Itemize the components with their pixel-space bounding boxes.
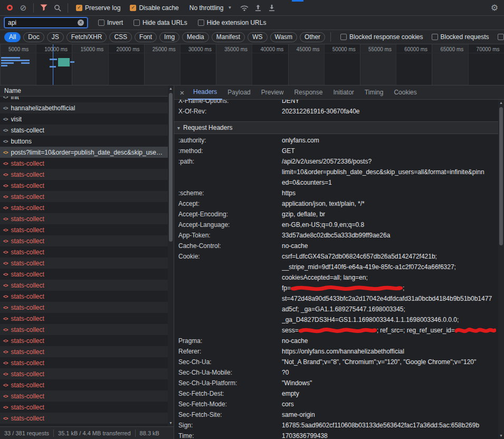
type-chip-css[interactable]: CSS — [109, 32, 132, 42]
import-har-button[interactable] — [265, 2, 278, 14]
filter-toggle-button[interactable] — [37, 2, 50, 14]
disable-cache-toggle[interactable]: ✓ Disable cache — [130, 4, 178, 12]
request-row[interactable]: <>stats-collect — [0, 313, 168, 324]
checkbox-unchecked-icon — [432, 34, 438, 40]
extra-filter-toggle[interactable]: Blocked response cookies — [340, 33, 423, 41]
request-row[interactable]: <>stats-collect — [0, 191, 168, 202]
type-chip-doc[interactable]: Doc — [23, 32, 44, 42]
invert-toggle[interactable]: Invert — [98, 19, 123, 26]
request-row[interactable]: <>stats-collect — [0, 390, 168, 402]
tab-initiator[interactable]: Initiator — [328, 85, 359, 100]
extra-filter-toggle[interactable]: 3rd-party requests — [498, 33, 504, 41]
timeline-overview[interactable]: 5000 ms10000 ms15000 ms20000 ms25000 ms3… — [0, 44, 504, 85]
network-conditions-button[interactable] — [238, 2, 251, 14]
scrollbar-thumb[interactable] — [169, 93, 173, 242]
header-value-line: empty — [282, 388, 498, 399]
record-button[interactable] — [3, 2, 16, 14]
throttling-select[interactable]: No throttling ▼ — [189, 4, 232, 12]
type-chip-all[interactable]: All — [4, 32, 21, 42]
file-type-icon: <> — [3, 394, 8, 399]
request-row[interactable]: <>stats-collect — [0, 346, 168, 357]
tab-payload[interactable]: Payload — [222, 85, 255, 100]
scroll-up-icon[interactable]: ▲ — [498, 100, 504, 106]
tab-response[interactable]: Response — [289, 85, 328, 100]
clear-button[interactable]: ⊘ — [17, 2, 30, 14]
header-name: Sec-Fetch-Dest: — [174, 388, 282, 399]
settings-button[interactable]: ⚙ — [488, 2, 501, 14]
scroll-up-icon[interactable]: ▲ — [168, 85, 174, 92]
clear-filter-icon[interactable]: × — [78, 20, 84, 26]
timeline-tick-label: 50000 ms — [332, 46, 356, 52]
type-chip-fetch-xhr[interactable]: Fetch/XHR — [66, 32, 107, 42]
type-chip-wasm[interactable]: Wasm — [270, 32, 298, 42]
overview-activity-bar — [1, 62, 14, 64]
request-row[interactable]: <>stats-collect — [0, 280, 168, 291]
request-row[interactable]: <>stats-collect — [0, 257, 168, 269]
details-scrollbar[interactable]: ▲ ▼ — [498, 100, 504, 439]
request-row[interactable]: <>stats-collect — [0, 335, 168, 346]
request-row[interactable]: <>stats-collect — [0, 413, 168, 424]
request-row[interactable]: <>stats-collect — [0, 368, 168, 379]
request-row[interactable]: <>stats-collect — [0, 125, 168, 136]
type-chip-other[interactable]: Other — [300, 32, 325, 42]
funnel-icon — [40, 4, 47, 11]
type-chip-media[interactable]: Media — [182, 32, 209, 42]
request-row[interactable]: <>buttons — [0, 136, 168, 147]
header-value-line: gzip, deflate, br — [282, 209, 498, 219]
request-row[interactable]: <>stats-collect — [0, 269, 168, 280]
type-chip-font[interactable]: Font — [135, 32, 157, 42]
request-row[interactable]: <>stats-collect — [0, 158, 168, 169]
tab-preview[interactable]: Preview — [256, 85, 289, 100]
request-row[interactable]: <>stats-collect — [0, 202, 168, 213]
request-row[interactable]: <>stats-collect — [0, 402, 168, 413]
request-row[interactable]: <>posts?limit=10&order=publish_date_desc… — [0, 147, 168, 158]
close-details-button[interactable]: × — [176, 88, 188, 97]
request-row[interactable]: <>stats-collect — [0, 224, 168, 235]
request-list-scrollbar[interactable]: ▲ ▼ — [168, 85, 174, 426]
hide-extension-urls-toggle[interactable]: Hide extension URLs — [198, 19, 267, 26]
type-chip-img[interactable]: Img — [159, 32, 179, 42]
search-button[interactable] — [51, 2, 64, 14]
request-row[interactable]: <>stats-collect — [0, 291, 168, 302]
header-value-line: 33d57ade8c02dbc5a333db99ff9ae26a — [282, 230, 498, 241]
export-har-icon — [254, 4, 262, 12]
checkbox-unchecked-icon — [98, 20, 104, 26]
header-value-line: fp=; — [282, 283, 498, 293]
request-row[interactable]: <>stats-collect — [0, 246, 168, 257]
request-row[interactable]: <>stats-collect — [0, 213, 168, 224]
tab-cookies[interactable]: Cookies — [388, 85, 422, 100]
request-row[interactable]: <>stats-collect — [0, 235, 168, 246]
header-value: gzip, deflate, br — [282, 209, 498, 219]
extra-filter-toggle[interactable]: Blocked requests — [432, 33, 489, 41]
header-name: Accept-Encoding: — [174, 209, 282, 219]
header-value-line: no-cache — [282, 241, 498, 251]
request-headers-section[interactable]: ▾ Request Headers — [174, 121, 498, 134]
export-har-button[interactable] — [252, 2, 264, 14]
request-row[interactable]: <>init — [0, 97, 168, 102]
request-row[interactable]: <>stats-collect — [0, 169, 168, 180]
hide-data-urls-toggle[interactable]: Hide data URLs — [134, 19, 187, 26]
request-row[interactable]: <>hannahelizabethofficial — [0, 102, 168, 113]
request-row[interactable]: <>stats-collect — [0, 357, 168, 368]
header-row: Pragma:no-cache — [174, 336, 498, 346]
header-value: "Windows" — [282, 378, 498, 388]
filter-input[interactable]: api × — [4, 17, 88, 28]
extra-filters: Blocked response cookiesBlocked requests… — [336, 33, 504, 41]
preserve-log-toggle[interactable]: ✓ Preserve log — [76, 4, 120, 12]
type-chip-manifest[interactable]: Manifest — [212, 32, 245, 42]
tab-headers[interactable]: Headers — [188, 85, 222, 100]
header-value-line: GET — [282, 146, 498, 156]
name-column-header[interactable]: Name — [0, 85, 168, 97]
request-row[interactable]: <>stats-collect — [0, 324, 168, 335]
overview-activity-bar — [70, 61, 74, 63]
scrollbar-thumb[interactable] — [499, 107, 503, 245]
request-row[interactable]: <>visit — [0, 113, 168, 125]
request-row[interactable]: <>stats-collect — [0, 379, 168, 390]
request-row[interactable]: <>stats-collect — [0, 180, 168, 191]
tab-timing[interactable]: Timing — [359, 85, 389, 100]
type-chip-ws[interactable]: WS — [248, 32, 267, 42]
type-chip-js[interactable]: JS — [47, 32, 64, 42]
scroll-down-icon[interactable]: ▼ — [168, 420, 174, 426]
scroll-down-icon[interactable]: ▼ — [498, 433, 504, 439]
request-row[interactable]: <>stats-collect — [0, 302, 168, 313]
